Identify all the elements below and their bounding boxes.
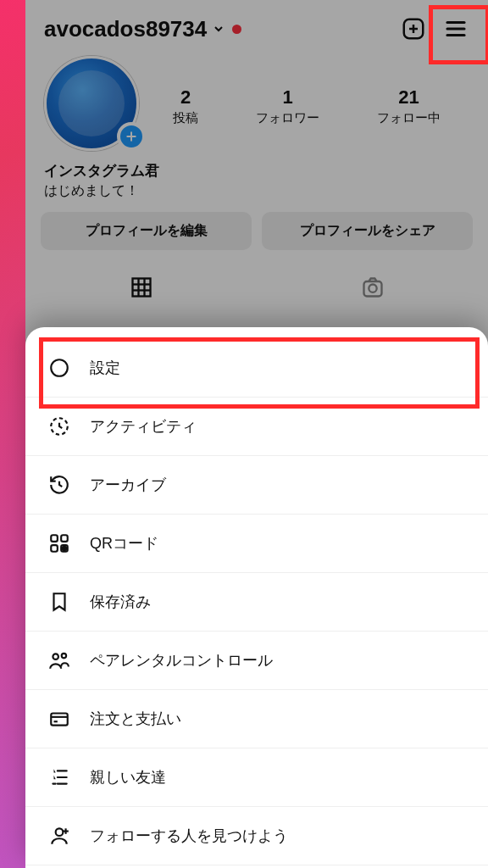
bookmark-icon (47, 590, 71, 614)
svg-point-34 (56, 828, 64, 836)
discover-people-icon (47, 824, 71, 848)
parental-icon (47, 648, 71, 672)
add-story-badge[interactable] (117, 122, 146, 151)
username-text: avocados89734 (44, 16, 207, 42)
bio: インスタグラム君 はじめまして！ (25, 156, 488, 212)
menu-item-close-friends[interactable]: 親しい友達 (25, 748, 488, 807)
svg-rect-18 (51, 535, 58, 542)
tab-tagged[interactable] (257, 267, 488, 308)
svg-rect-20 (51, 545, 58, 552)
svg-rect-19 (61, 535, 68, 542)
menu-item-archive[interactable]: アーカイブ (25, 456, 488, 515)
stat-following[interactable]: 21 フォロー中 (377, 86, 441, 126)
menu-item-qr[interactable]: QRコード (25, 515, 488, 573)
close-friends-icon (47, 765, 71, 789)
bio-text: はじめまして！ (44, 182, 469, 200)
app-frame: avocados89734 (0, 0, 488, 868)
menu-label: フォローする人を見つけよう (90, 826, 288, 846)
display-name: インスタグラム君 (44, 161, 469, 181)
stat-posts[interactable]: 2 投稿 (173, 86, 198, 126)
svg-point-21 (63, 547, 66, 550)
card-icon (47, 707, 71, 731)
menu-label: ペアレンタルコントロール (90, 650, 273, 670)
username-switcher[interactable]: avocados89734 (44, 16, 241, 42)
edit-profile-button[interactable]: プロフィールを編集 (41, 212, 252, 250)
profile-buttons: プロフィールを編集 プロフィールをシェア (25, 212, 488, 250)
svg-marker-30 (54, 776, 56, 779)
menu-label: 保存済み (90, 592, 151, 612)
profile-header: avocados89734 (25, 0, 488, 53)
svg-point-23 (53, 654, 58, 659)
archive-icon (47, 473, 71, 497)
highlight-hamburger (429, 5, 488, 64)
stat-followers[interactable]: 1 フォロワー (256, 86, 319, 126)
share-profile-button[interactable]: プロフィールをシェア (262, 212, 473, 250)
create-button[interactable] (396, 12, 430, 46)
avatar-wrap[interactable] (44, 56, 144, 156)
menu-label: アーカイブ (90, 475, 166, 495)
stats: 2 投稿 1 フォロワー 21 フォロー中 (144, 86, 469, 126)
svg-point-24 (62, 654, 66, 658)
tab-grid[interactable] (25, 267, 257, 308)
chevron-down-icon (212, 22, 225, 36)
menu-label: アクティビティ (90, 416, 197, 437)
menu-item-parental[interactable]: ペアレンタルコントロール (25, 632, 488, 690)
svg-rect-25 (51, 714, 68, 726)
menu-label: QRコード (90, 533, 158, 554)
qr-icon (47, 531, 71, 555)
menu-item-saved[interactable]: 保存済み (25, 573, 488, 632)
svg-rect-8 (132, 279, 150, 297)
highlight-settings (39, 337, 480, 409)
activity-icon (47, 415, 71, 438)
menu-label: 親しい友達 (90, 767, 166, 787)
profile-row: 2 投稿 1 フォロワー 21 フォロー中 (25, 53, 488, 156)
menu-item-orders[interactable]: 注文と支払い (25, 690, 488, 748)
profile-tabs (25, 267, 488, 308)
menu-item-discover[interactable]: フォローする人を見つけよう (25, 807, 488, 865)
notification-dot-icon (232, 25, 241, 34)
svg-point-14 (369, 285, 376, 292)
svg-marker-28 (54, 769, 56, 772)
menu-label: 注文と支払い (90, 709, 181, 729)
